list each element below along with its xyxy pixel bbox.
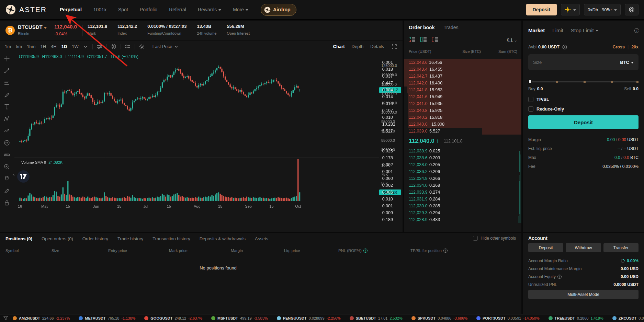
ticker-item-zrcusdt[interactable]: ZRCUSDT0.021 — [612, 316, 644, 320]
ticker-item-msftusdt[interactable]: MSFTUSDT499.19-3.583% — [211, 316, 268, 320]
timeframe-1d[interactable]: 1D — [61, 44, 67, 49]
size-input[interactable] — [533, 60, 620, 65]
orderbook-tab-trades[interactable]: Trades — [443, 25, 458, 30]
timeframe-1h[interactable]: 1H — [40, 44, 46, 49]
aster-logo[interactable]: ASTER — [5, 4, 47, 15]
ticker-item-googusdt[interactable]: GOOGUSDT248.12-2.637% — [144, 316, 202, 320]
order-type-tab-market[interactable]: Market — [528, 27, 545, 33]
deposit-button-main[interactable]: Deposit — [528, 115, 639, 129]
nav-item-portfolio[interactable]: Portfolio — [140, 7, 157, 12]
nav-item-perpetual[interactable]: Perpetual — [60, 7, 82, 12]
positions-tab-order-history[interactable]: Order history — [82, 236, 108, 241]
precision-selector[interactable]: 0.1 ⌄ — [507, 38, 517, 43]
orderbook-row[interactable]: 112,036.20.0010.206 — [404, 168, 521, 175]
chart-view-tab-depth[interactable]: Depth — [352, 44, 364, 49]
slider-step[interactable] — [584, 81, 586, 83]
positions-tab-transaction-history[interactable]: Transaction history — [152, 236, 190, 241]
order-type-tab-limit[interactable]: Limit — [552, 27, 563, 33]
multi-asset-mode-button[interactable]: Multi-Asset Mode — [528, 290, 639, 299]
chevron-down-icon[interactable] — [82, 43, 89, 50]
tradingview-logo[interactable] — [17, 170, 30, 183]
book-view-both-icon[interactable] — [409, 37, 415, 42]
wallet-address[interactable]: 0xDb...905e — [584, 4, 621, 15]
indicators-icon[interactable] — [96, 43, 103, 50]
collapse-rail-chevron[interactable]: ‹ — [13, 172, 15, 177]
account-transfer-button[interactable]: Transfer — [603, 243, 639, 252]
orderbook-row[interactable]: 112,028.90.1890.483 — [404, 216, 521, 223]
slider-step[interactable] — [636, 81, 639, 83]
text-icon[interactable] — [3, 103, 11, 111]
timeframe-1w[interactable]: 1W — [72, 44, 79, 49]
nav-item-spot[interactable]: Spot — [118, 7, 128, 12]
orderbook-row[interactable]: 112,029.30.0090.294 — [404, 209, 521, 216]
ticker-item-penguusdt[interactable]: PENGUUSDT0.028899-2.256% — [277, 316, 341, 320]
nav-item-more[interactable]: More — [233, 7, 248, 12]
slider-handle[interactable] — [528, 80, 532, 83]
info-icon[interactable]: i — [443, 249, 448, 253]
positions-tab-trade-history[interactable]: Trade history — [117, 236, 143, 241]
orderbook-row[interactable]: 112,040.20.01015.818 — [404, 114, 521, 121]
orderbook-tab-order-book[interactable]: Order book — [409, 25, 434, 30]
orderbook-row[interactable]: 112,039.05.5275.527 — [404, 128, 521, 135]
orderbook-row[interactable]: 112,041.80.00415.953 — [404, 87, 521, 93]
orderbook-row[interactable]: 112,038.00.0020.205 — [404, 161, 521, 168]
ticker-item-metausdt[interactable]: METAUSDT765.18-1.138% — [79, 316, 135, 320]
chart-view-tab-details[interactable]: Details — [370, 44, 384, 49]
forecast-icon[interactable] — [3, 127, 11, 135]
crosshair-icon[interactable] — [3, 55, 11, 62]
slider-step[interactable] — [556, 81, 558, 83]
ruler-icon[interactable] — [3, 151, 11, 159]
trendline-icon[interactable] — [3, 67, 11, 74]
candles-style-icon[interactable] — [110, 43, 117, 50]
orderbook-row[interactable]: 112,043.40.01816.455 — [404, 66, 521, 73]
lock-icon[interactable] — [3, 199, 11, 207]
airdrop-button[interactable]: Airdrop — [261, 4, 296, 16]
network-selector[interactable] — [561, 4, 580, 15]
hide-other-symbols-checkbox[interactable]: Hide other symbols — [473, 236, 516, 241]
orderbook-row[interactable]: 112,030.00.0010.285 — [404, 203, 521, 209]
size-slider[interactable] — [528, 80, 639, 84]
ticker-item-port3usdt[interactable]: PORT3USDT0.03591-14.050% — [476, 316, 539, 320]
orderbook-row[interactable]: 112,041.00.01015.935 — [404, 100, 521, 107]
ticker-item-sbetusdt[interactable]: SBETUSDT17.012.532% — [350, 316, 403, 320]
positions-tab-positions-0[interactable]: Positions (0) — [5, 236, 32, 241]
book-view-bids-icon[interactable] — [420, 37, 427, 42]
positions-tab-assets[interactable]: Assets — [255, 236, 268, 241]
nav-item-1001x[interactable]: 1001x — [93, 7, 106, 12]
orderbook-row[interactable]: 112,043.60.00116.456 — [404, 59, 521, 66]
info-icon[interactable]: i — [363, 249, 368, 253]
orderbook-row[interactable]: 112,038.90.0250.025 — [404, 148, 521, 154]
ticker-item-spkusdt[interactable]: SPKUSDT0.04886-3.686% — [411, 316, 467, 320]
tpsl-checkbox[interactable]: TP/SL — [528, 97, 549, 102]
timeframe-15m[interactable]: 15m — [27, 44, 35, 49]
ticker-item-amznusdt[interactable]: AMZNUSDT224.66-2.237% — [13, 316, 70, 320]
ticker-item-treeusdt[interactable]: TREEUSDT0.28601.418% — [549, 316, 603, 320]
orderbook-row[interactable]: 112,031.90.0100.284 — [404, 196, 521, 203]
xabcd-pattern-icon[interactable] — [3, 115, 11, 123]
circle-plus-icon[interactable] — [562, 45, 567, 49]
info-icon[interactable]: i — [634, 28, 639, 33]
timeframe-5m[interactable]: 5m — [16, 44, 22, 49]
symbol-selector[interactable]: BTCUSDT — [18, 24, 47, 30]
margin-leverage-selector[interactable]: Cross|20x — [612, 45, 639, 49]
checklist-icon[interactable] — [124, 43, 131, 50]
account-deposit-button[interactable]: Deposit — [528, 243, 563, 252]
reduce-only-checkbox[interactable]: Reduce-Only — [528, 106, 564, 112]
deposit-button-top[interactable]: Deposit — [526, 4, 557, 15]
price-mode-selector[interactable]: Last Price — [152, 44, 178, 49]
settings-button[interactable] — [625, 4, 639, 15]
book-view-asks-icon[interactable] — [432, 37, 438, 42]
orderbook-row[interactable]: 112,041.60.01415.949 — [404, 93, 521, 100]
order-type-tab-stop-limit[interactable]: Stop Limit — [571, 27, 598, 33]
emoji-icon[interactable] — [3, 139, 11, 147]
positions-tab-deposits-withdrawals[interactable]: Deposits & withdrawals — [200, 236, 246, 241]
orderbook-row[interactable]: 112,033.90.0060.274 — [404, 189, 521, 196]
orderbook-row[interactable]: 112,038.60.1780.203 — [404, 154, 521, 161]
chart-view-tab-chart[interactable]: Chart — [333, 44, 345, 49]
mid-price-row[interactable]: 112,040.0 ↑ 112,101.8 — [409, 136, 463, 146]
info-icon[interactable]: i — [557, 275, 562, 279]
magnet-icon[interactable] — [3, 175, 11, 183]
ticker-filter-icon[interactable] — [3, 316, 8, 320]
timeframe-1m[interactable]: 1m — [5, 44, 11, 49]
slider-step[interactable] — [611, 81, 613, 83]
